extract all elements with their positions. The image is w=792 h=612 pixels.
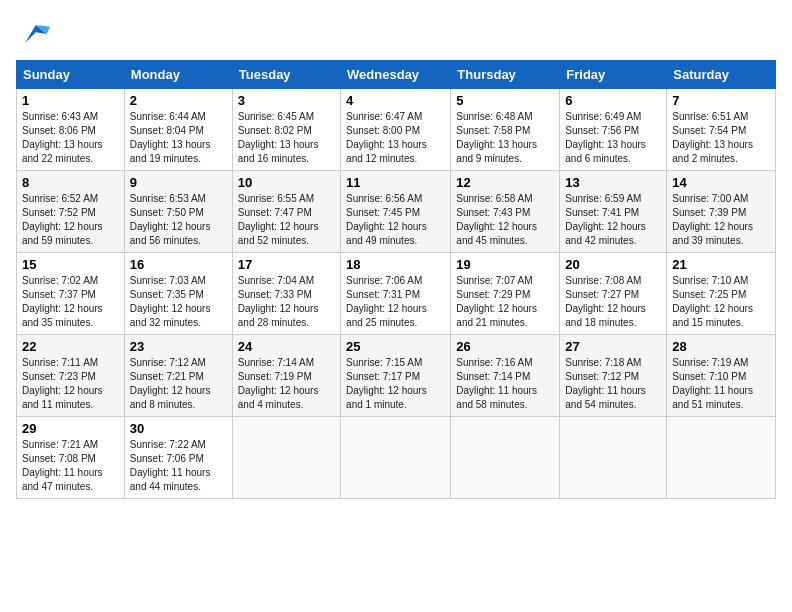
page-header (16, 16, 776, 52)
day-number: 27 (565, 339, 661, 354)
day-info: Sunrise: 6:45 AMSunset: 8:02 PMDaylight:… (238, 110, 335, 166)
day-info: Sunrise: 7:15 AMSunset: 7:17 PMDaylight:… (346, 356, 445, 412)
calendar-cell: 22Sunrise: 7:11 AMSunset: 7:23 PMDayligh… (17, 335, 125, 417)
week-row-2: 8Sunrise: 6:52 AMSunset: 7:52 PMDaylight… (17, 171, 776, 253)
day-info: Sunrise: 6:53 AMSunset: 7:50 PMDaylight:… (130, 192, 227, 248)
logo (16, 16, 56, 52)
calendar-cell: 26Sunrise: 7:16 AMSunset: 7:14 PMDayligh… (451, 335, 560, 417)
day-number: 30 (130, 421, 227, 436)
day-info: Sunrise: 7:06 AMSunset: 7:31 PMDaylight:… (346, 274, 445, 330)
calendar-cell: 20Sunrise: 7:08 AMSunset: 7:27 PMDayligh… (560, 253, 667, 335)
day-number: 4 (346, 93, 445, 108)
calendar-cell: 8Sunrise: 6:52 AMSunset: 7:52 PMDaylight… (17, 171, 125, 253)
calendar-cell: 30Sunrise: 7:22 AMSunset: 7:06 PMDayligh… (124, 417, 232, 499)
calendar-cell: 3Sunrise: 6:45 AMSunset: 8:02 PMDaylight… (232, 89, 340, 171)
day-info: Sunrise: 7:02 AMSunset: 7:37 PMDaylight:… (22, 274, 119, 330)
day-info: Sunrise: 7:14 AMSunset: 7:19 PMDaylight:… (238, 356, 335, 412)
calendar-table: SundayMondayTuesdayWednesdayThursdayFrid… (16, 60, 776, 499)
calendar-cell: 14Sunrise: 7:00 AMSunset: 7:39 PMDayligh… (667, 171, 776, 253)
day-info: Sunrise: 7:22 AMSunset: 7:06 PMDaylight:… (130, 438, 227, 494)
calendar-cell (560, 417, 667, 499)
day-info: Sunrise: 6:49 AMSunset: 7:56 PMDaylight:… (565, 110, 661, 166)
calendar-cell: 16Sunrise: 7:03 AMSunset: 7:35 PMDayligh… (124, 253, 232, 335)
calendar-cell: 2Sunrise: 6:44 AMSunset: 8:04 PMDaylight… (124, 89, 232, 171)
day-info: Sunrise: 6:59 AMSunset: 7:41 PMDaylight:… (565, 192, 661, 248)
day-number: 5 (456, 93, 554, 108)
day-info: Sunrise: 7:10 AMSunset: 7:25 PMDaylight:… (672, 274, 770, 330)
day-number: 13 (565, 175, 661, 190)
day-number: 25 (346, 339, 445, 354)
calendar-cell: 5Sunrise: 6:48 AMSunset: 7:58 PMDaylight… (451, 89, 560, 171)
calendar-cell: 19Sunrise: 7:07 AMSunset: 7:29 PMDayligh… (451, 253, 560, 335)
calendar-header-row: SundayMondayTuesdayWednesdayThursdayFrid… (17, 61, 776, 89)
calendar-cell: 29Sunrise: 7:21 AMSunset: 7:08 PMDayligh… (17, 417, 125, 499)
calendar-cell: 27Sunrise: 7:18 AMSunset: 7:12 PMDayligh… (560, 335, 667, 417)
day-number: 2 (130, 93, 227, 108)
calendar-cell: 28Sunrise: 7:19 AMSunset: 7:10 PMDayligh… (667, 335, 776, 417)
day-number: 11 (346, 175, 445, 190)
day-number: 9 (130, 175, 227, 190)
week-row-5: 29Sunrise: 7:21 AMSunset: 7:08 PMDayligh… (17, 417, 776, 499)
day-number: 21 (672, 257, 770, 272)
day-number: 16 (130, 257, 227, 272)
day-info: Sunrise: 6:58 AMSunset: 7:43 PMDaylight:… (456, 192, 554, 248)
day-number: 29 (22, 421, 119, 436)
day-info: Sunrise: 6:56 AMSunset: 7:45 PMDaylight:… (346, 192, 445, 248)
calendar-cell: 10Sunrise: 6:55 AMSunset: 7:47 PMDayligh… (232, 171, 340, 253)
week-row-3: 15Sunrise: 7:02 AMSunset: 7:37 PMDayligh… (17, 253, 776, 335)
day-info: Sunrise: 7:19 AMSunset: 7:10 PMDaylight:… (672, 356, 770, 412)
day-info: Sunrise: 6:55 AMSunset: 7:47 PMDaylight:… (238, 192, 335, 248)
week-row-4: 22Sunrise: 7:11 AMSunset: 7:23 PMDayligh… (17, 335, 776, 417)
calendar-cell: 1Sunrise: 6:43 AMSunset: 8:06 PMDaylight… (17, 89, 125, 171)
calendar-cell: 25Sunrise: 7:15 AMSunset: 7:17 PMDayligh… (341, 335, 451, 417)
day-number: 10 (238, 175, 335, 190)
header-sunday: Sunday (17, 61, 125, 89)
calendar-cell: 21Sunrise: 7:10 AMSunset: 7:25 PMDayligh… (667, 253, 776, 335)
day-info: Sunrise: 7:21 AMSunset: 7:08 PMDaylight:… (22, 438, 119, 494)
calendar-cell: 17Sunrise: 7:04 AMSunset: 7:33 PMDayligh… (232, 253, 340, 335)
calendar-cell (451, 417, 560, 499)
header-saturday: Saturday (667, 61, 776, 89)
day-number: 28 (672, 339, 770, 354)
day-info: Sunrise: 7:12 AMSunset: 7:21 PMDaylight:… (130, 356, 227, 412)
day-number: 20 (565, 257, 661, 272)
day-info: Sunrise: 7:04 AMSunset: 7:33 PMDaylight:… (238, 274, 335, 330)
calendar-cell: 15Sunrise: 7:02 AMSunset: 7:37 PMDayligh… (17, 253, 125, 335)
calendar-cell (667, 417, 776, 499)
calendar-cell: 11Sunrise: 6:56 AMSunset: 7:45 PMDayligh… (341, 171, 451, 253)
day-number: 22 (22, 339, 119, 354)
header-friday: Friday (560, 61, 667, 89)
header-wednesday: Wednesday (341, 61, 451, 89)
day-number: 1 (22, 93, 119, 108)
calendar-cell (232, 417, 340, 499)
calendar-cell: 6Sunrise: 6:49 AMSunset: 7:56 PMDaylight… (560, 89, 667, 171)
day-number: 3 (238, 93, 335, 108)
header-monday: Monday (124, 61, 232, 89)
week-row-1: 1Sunrise: 6:43 AMSunset: 8:06 PMDaylight… (17, 89, 776, 171)
day-number: 19 (456, 257, 554, 272)
day-info: Sunrise: 6:47 AMSunset: 8:00 PMDaylight:… (346, 110, 445, 166)
day-info: Sunrise: 7:11 AMSunset: 7:23 PMDaylight:… (22, 356, 119, 412)
calendar-cell: 24Sunrise: 7:14 AMSunset: 7:19 PMDayligh… (232, 335, 340, 417)
day-info: Sunrise: 6:44 AMSunset: 8:04 PMDaylight:… (130, 110, 227, 166)
day-info: Sunrise: 7:16 AMSunset: 7:14 PMDaylight:… (456, 356, 554, 412)
calendar-cell: 12Sunrise: 6:58 AMSunset: 7:43 PMDayligh… (451, 171, 560, 253)
header-thursday: Thursday (451, 61, 560, 89)
day-info: Sunrise: 7:03 AMSunset: 7:35 PMDaylight:… (130, 274, 227, 330)
calendar-cell (341, 417, 451, 499)
day-number: 15 (22, 257, 119, 272)
day-number: 17 (238, 257, 335, 272)
day-number: 6 (565, 93, 661, 108)
day-info: Sunrise: 6:43 AMSunset: 8:06 PMDaylight:… (22, 110, 119, 166)
day-info: Sunrise: 6:52 AMSunset: 7:52 PMDaylight:… (22, 192, 119, 248)
day-info: Sunrise: 7:18 AMSunset: 7:12 PMDaylight:… (565, 356, 661, 412)
day-number: 8 (22, 175, 119, 190)
day-info: Sunrise: 7:00 AMSunset: 7:39 PMDaylight:… (672, 192, 770, 248)
day-number: 14 (672, 175, 770, 190)
day-number: 23 (130, 339, 227, 354)
day-number: 26 (456, 339, 554, 354)
day-info: Sunrise: 6:51 AMSunset: 7:54 PMDaylight:… (672, 110, 770, 166)
day-number: 12 (456, 175, 554, 190)
calendar-cell: 18Sunrise: 7:06 AMSunset: 7:31 PMDayligh… (341, 253, 451, 335)
calendar-cell: 13Sunrise: 6:59 AMSunset: 7:41 PMDayligh… (560, 171, 667, 253)
